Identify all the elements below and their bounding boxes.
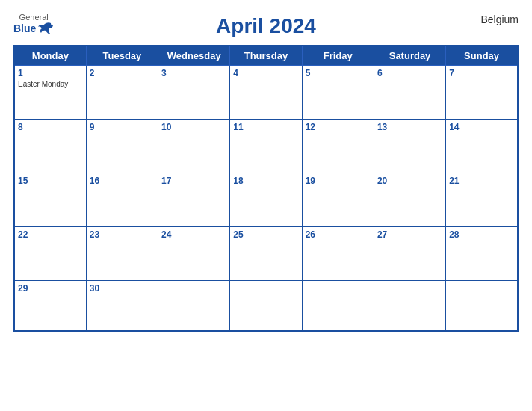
calendar-header: General Blue April 2024 Belgium (13, 13, 519, 39)
day-number: 9 (90, 122, 155, 132)
day-cell: 4 (230, 65, 302, 119)
day-cell: 29 (14, 280, 86, 331)
calendar-table: Monday Tuesday Wednesday Thursday Friday… (13, 45, 519, 333)
day-cell: 17 (158, 173, 230, 226)
day-number: 24 (161, 229, 226, 240)
day-number: 11 (233, 122, 298, 132)
day-cell: 30 (86, 280, 158, 331)
day-cell: 5 (302, 65, 374, 119)
day-cell: 23 (86, 226, 158, 280)
day-number: 4 (233, 68, 298, 78)
day-number: 16 (90, 176, 155, 186)
week-row-3: 15161718192021 (14, 173, 518, 226)
day-cell: 27 (374, 226, 445, 280)
day-cell: 2 (86, 65, 158, 119)
calendar-page: General Blue April 2024 Belgium Monday T… (0, 0, 532, 411)
day-cell: 13 (374, 119, 445, 173)
day-number: 7 (449, 68, 514, 78)
week-row-5: 2930 (14, 280, 518, 331)
day-number: 19 (306, 176, 371, 186)
day-number: 2 (90, 68, 155, 78)
day-cell (302, 280, 374, 331)
day-number: 3 (161, 68, 226, 78)
day-cell: 9 (86, 119, 158, 173)
col-wednesday: Wednesday (158, 46, 230, 66)
title-area: April 2024 (216, 13, 316, 39)
day-cell: 7 (446, 65, 518, 119)
calendar-title: April 2024 (216, 13, 316, 39)
day-number: 20 (377, 176, 442, 186)
day-cell: 16 (86, 173, 158, 226)
logo-bird-icon (37, 22, 54, 35)
day-number: 30 (90, 283, 155, 294)
day-number: 27 (377, 229, 442, 240)
day-cell (446, 280, 518, 331)
day-cell: 21 (446, 173, 518, 226)
day-cell: 26 (302, 226, 374, 280)
day-cell: 11 (230, 119, 302, 173)
holiday-label: Easter Monday (18, 80, 83, 88)
day-cell: 12 (302, 119, 374, 173)
col-monday: Monday (14, 46, 86, 66)
day-number: 22 (18, 229, 83, 240)
day-cell: 20 (374, 173, 445, 226)
day-cell: 19 (302, 173, 374, 226)
header-row: Monday Tuesday Wednesday Thursday Friday… (14, 46, 518, 66)
day-number: 15 (18, 176, 83, 186)
day-number: 8 (18, 122, 83, 132)
day-cell: 10 (158, 119, 230, 173)
col-thursday: Thursday (230, 46, 302, 66)
week-row-2: 891011121314 (14, 119, 518, 173)
day-number: 25 (233, 229, 298, 240)
logo-general-text: General (19, 13, 49, 22)
day-number: 10 (161, 122, 226, 132)
day-cell (374, 280, 445, 331)
day-cell: 24 (158, 226, 230, 280)
day-number: 29 (18, 283, 83, 294)
day-number: 13 (377, 122, 442, 132)
day-cell: 6 (374, 65, 445, 119)
day-cell (230, 280, 302, 331)
week-row-1: 1Easter Monday234567 (14, 65, 518, 119)
day-number: 14 (449, 122, 514, 132)
day-cell: 28 (446, 226, 518, 280)
col-saturday: Saturday (374, 46, 445, 66)
day-cell: 25 (230, 226, 302, 280)
day-cell: 18 (230, 173, 302, 226)
day-number: 17 (161, 176, 226, 186)
country-label: Belgium (480, 13, 519, 25)
day-cell: 14 (446, 119, 518, 173)
week-row-4: 22232425262728 (14, 226, 518, 280)
day-cell: 3 (158, 65, 230, 119)
day-number: 5 (306, 68, 371, 78)
col-friday: Friday (302, 46, 374, 66)
day-number: 6 (377, 68, 442, 78)
day-number: 1 (18, 68, 83, 78)
day-cell: 15 (14, 173, 86, 226)
day-number: 26 (306, 229, 371, 240)
day-number: 18 (233, 176, 298, 186)
day-number: 12 (306, 122, 371, 132)
day-cell: 1Easter Monday (14, 65, 86, 119)
col-sunday: Sunday (446, 46, 518, 66)
day-number: 28 (449, 229, 514, 240)
logo-area: General Blue (13, 13, 54, 35)
day-number: 23 (90, 229, 155, 240)
day-number: 21 (449, 176, 514, 186)
day-cell: 22 (14, 226, 86, 280)
day-cell (158, 280, 230, 331)
col-tuesday: Tuesday (86, 46, 158, 66)
logo-blue-text: Blue (13, 23, 36, 34)
day-cell: 8 (14, 119, 86, 173)
